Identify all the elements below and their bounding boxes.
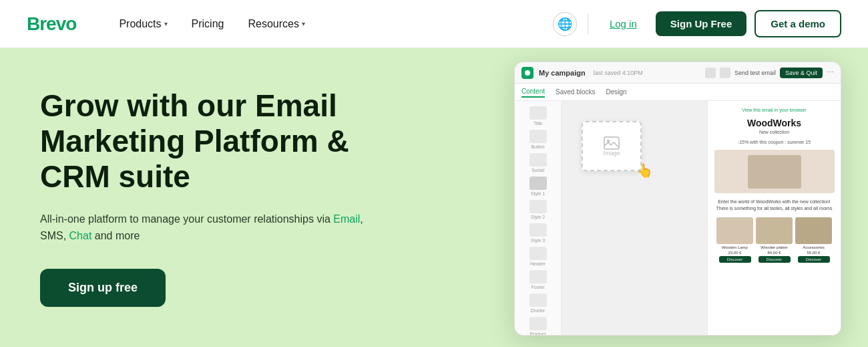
mock-email-hero-image [714, 150, 835, 193]
mock-sidebar-footer[interactable]: Footer [519, 270, 557, 290]
mock-sidebar-title-icon [529, 106, 547, 120]
mock-icon-2 [720, 68, 730, 78]
mock-product-2-price: 84,00 € [767, 251, 781, 255]
mock-product-1-name: Wooden Lamp [722, 245, 748, 249]
mock-tab-saved[interactable]: Saved blocks [556, 87, 595, 97]
mock-view-link[interactable]: View this email in your browser [742, 108, 806, 112]
mock-tabs: Content Saved blocks Design [515, 84, 841, 101]
mock-sidebar-style1-icon [529, 177, 547, 190]
mock-product-3-btn[interactable]: Discover [798, 256, 830, 263]
mock-sidebar-style1[interactable]: Style 1 [519, 177, 557, 196]
mock-sidebar-divider-label: Divider [531, 308, 546, 313]
mock-sidebar-header-icon [529, 247, 547, 260]
mock-tab-design[interactable]: Design [606, 87, 627, 97]
mock-product-2-btn[interactable]: Discover [758, 256, 791, 263]
mock-sidebar-header[interactable]: Header [519, 247, 557, 266]
mock-sidebar-divider[interactable]: Divider [519, 294, 557, 313]
mock-sidebar-social-label: Social [531, 168, 544, 172]
logo[interactable]: Brevo [27, 13, 76, 35]
email-link[interactable]: Email [333, 213, 360, 225]
svg-rect-1 [604, 137, 619, 149]
mock-topbar-right: Send test email Save & Quit ⋯ [705, 68, 834, 78]
mock-sidebar-product-label: Product [529, 332, 546, 336]
mock-email-brand: WoodWorks [747, 118, 801, 128]
mock-product-1-btn[interactable]: Discover [719, 256, 751, 263]
mock-product-3-name: Accessories [803, 245, 824, 249]
navigation: Brevo Products ▾ Pricing Resources ▾ 🌐 L… [0, 0, 868, 48]
mock-save-quit[interactable]: Save & Quit [780, 68, 823, 78]
nav-resources[interactable]: Resources ▾ [237, 13, 315, 35]
mock-sidebar-title[interactable]: Title [519, 106, 557, 126]
mock-sidebar-style2-label: Style 2 [531, 215, 545, 219]
mock-sidebar-social-icon [529, 153, 547, 166]
mock-product-1: Wooden Lamp 23,00 € Discover [716, 217, 753, 263]
mock-sidebar-social[interactable]: Social [519, 153, 557, 172]
mock-more-icon: ⋯ [827, 68, 834, 77]
mock-product-1-price: 23,00 € [728, 251, 741, 255]
hero-cta-button[interactable]: Sign up free [40, 269, 166, 307]
mock-sidebar-style3-icon [529, 223, 547, 237]
hero-subtext: All-in-one platform to manage your custo… [40, 211, 387, 245]
mock-sidebar-button-icon [529, 130, 547, 143]
mock-product-hero [748, 155, 801, 189]
mock-image-label: Image [603, 150, 620, 156]
mock-logo [521, 67, 533, 79]
mock-email-description: Enter the world of WoodWorks with the ne… [713, 199, 835, 212]
nav-divider [588, 13, 588, 35]
mock-sidebar-style2-icon [529, 200, 547, 213]
mock-sidebar-footer-label: Footer [531, 285, 544, 290]
hero-headline: Grow with our Email Marketing Platform &… [40, 88, 387, 195]
image-icon [604, 136, 620, 150]
mock-sidebar-style2[interactable]: Style 2 [519, 200, 557, 219]
mock-email-collection: New collection [759, 130, 789, 134]
globe-icon[interactable]: 🌐 [553, 12, 577, 36]
mock-sidebar-button-label: Button [531, 144, 544, 149]
get-demo-button[interactable]: Get a demo [754, 10, 841, 37]
mock-sidebar-product[interactable]: Product [519, 317, 557, 336]
chevron-down-icon: ▾ [302, 20, 305, 27]
svg-point-0 [525, 70, 530, 76]
mock-sidebar: Title Button Social Style 1 Style 2 [515, 101, 562, 335]
signup-nav-button[interactable]: Sign Up Free [656, 11, 747, 36]
mock-sidebar-button[interactable]: Button [519, 130, 557, 149]
mock-sidebar-title-label: Title [533, 121, 542, 126]
mock-sidebar-product-icon [529, 317, 547, 330]
mock-sidebar-style1-label: Style 1 [531, 191, 545, 196]
mock-image-placeholder: Image [582, 121, 642, 171]
hero-text: Grow with our Email Marketing Platform &… [40, 88, 387, 307]
mock-sidebar-style3[interactable]: Style 3 [519, 223, 557, 243]
nav-actions: 🌐 Log in Sign Up Free Get a demo [553, 10, 841, 37]
mock-tab-content[interactable]: Content [521, 86, 545, 98]
mock-campaign-title: My campaign [539, 69, 586, 77]
mock-sidebar-header-label: Header [530, 261, 546, 266]
mock-product-2-name: Wooden platter [761, 245, 788, 249]
mock-product-3-price: 55,00 € [807, 251, 820, 255]
mock-sidebar-style3-label: Style 3 [531, 238, 545, 243]
mock-sidebar-footer-icon [529, 270, 547, 283]
mock-save-meta: last saved 4:10PM [594, 70, 643, 76]
app-screenshot: My campaign last saved 4:10PM Send test … [514, 62, 841, 336]
mock-body: Title Button Social Style 1 Style 2 [515, 101, 841, 335]
mock-product-2: Wooden platter 84,00 € Discover [756, 217, 793, 263]
mock-send-test[interactable]: Send test email [734, 70, 776, 76]
chat-link[interactable]: Chat [69, 230, 92, 241]
mock-product-3: Accessories 55,00 € Discover [795, 217, 832, 263]
chevron-down-icon: ▾ [164, 20, 168, 27]
hero-section: Grow with our Email Marketing Platform &… [0, 48, 868, 347]
mock-product-3-image [795, 217, 832, 244]
mock-sidebar-divider-icon [529, 294, 547, 307]
nav-products[interactable]: Products ▾ [108, 13, 178, 35]
mock-icon-1 [705, 68, 716, 78]
login-button[interactable]: Log in [599, 13, 648, 35]
cursor-icon: 👆 [636, 162, 653, 179]
nav-links: Products ▾ Pricing Resources ▾ [108, 13, 553, 35]
mock-canvas: Image 👆 [562, 101, 707, 335]
mock-product-row: Wooden Lamp 23,00 € Discover Wooden plat… [716, 217, 832, 263]
mock-product-1-image [716, 217, 753, 244]
mock-email-preview: View this email in your browser WoodWork… [707, 101, 841, 335]
nav-pricing[interactable]: Pricing [181, 13, 235, 35]
mock-email-discount: -15% with this coupon : summer 15 [738, 140, 811, 144]
mock-topbar: My campaign last saved 4:10PM Send test … [515, 62, 841, 84]
mock-product-2-image [756, 217, 793, 244]
